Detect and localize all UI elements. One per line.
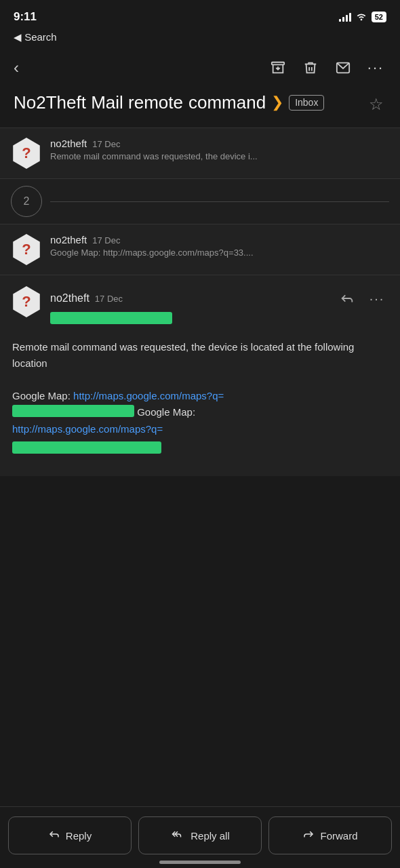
expanded-email: ? no2theft 17 Dec ··· [0,275,400,476]
thread-item-2-header: no2theft 17 Dec [50,234,389,245]
email-link-1[interactable]: http://maps.google.com/maps?q= [73,390,224,401]
subject-text-part1: No2Theft Mail remote [14,92,183,113]
count-line [50,201,389,202]
email-preview-2: Google Map: http://maps.google.com/maps?… [50,248,342,258]
email-date-2: 17 Dec [92,235,120,245]
email-date-1: 17 Dec [92,139,120,149]
email-more-button[interactable]: ··· [365,286,389,311]
search-back-bar[interactable]: ◀ Search [0,30,400,49]
email-body-line4: http://maps.google.com/maps?q= [12,421,388,437]
inbox-badge[interactable]: Inbox [289,95,324,111]
reply-all-button[interactable]: Reply all [138,816,262,854]
redacted-bar-3 [12,441,161,454]
sender-name-1: no2theft [50,138,87,149]
expanded-email-header: ? no2theft 17 Dec ··· [11,286,389,331]
chevron-right-icon: ❯ [271,94,283,111]
search-back-button[interactable]: ◀ Search [14,31,386,43]
forward-button-label: Forward [320,830,357,842]
reply-button-icon [48,828,60,844]
collapsed-count-circle[interactable]: 2 [11,186,42,217]
archive-button[interactable] [264,54,292,81]
delete-button[interactable] [297,54,324,81]
back-button[interactable]: ‹ [11,54,26,81]
sender-name-2: no2theft [50,234,87,245]
signal-icon [339,12,351,22]
status-time: 9:11 [14,10,37,24]
email-toolbar: ‹ ··· [0,49,400,87]
avatar-1: ? [11,138,42,169]
redacted-bar-2 [12,405,134,417]
email-subject-left: No2Theft Mail remote command ❯ Inbox [14,92,366,113]
status-bar: 9:11 52 [0,0,400,30]
thread-item-2[interactable]: ? no2theft 17 Dec Google Map: http://map… [0,224,400,275]
subject-text-part2: command [188,92,266,113]
avatar-3: ? [11,286,42,317]
forward-button[interactable]: Forward [268,816,392,854]
star-button[interactable]: ☆ [366,92,386,117]
email-body-line1: Remote mail command was requested, the d… [12,339,388,372]
expanded-email-meta: no2theft 17 Dec ··· [50,286,389,331]
body-text-3: Google Map: [137,406,195,418]
thread-item-1[interactable]: ? no2theft 17 Dec Remote mail command wa… [0,127,400,178]
forward-button-icon [302,828,315,844]
home-indicator [159,861,241,864]
email-body-line3: Google Map: [12,404,388,421]
reply-button-label: Reply [66,830,92,842]
collapsed-count-bar[interactable]: 2 [0,178,400,224]
email-preview-1: Remote mail command was requested, the d… [50,151,342,161]
email-body-line2: Google Map: http://maps.google.com/maps?… [12,388,388,404]
thread-item-2-content: no2theft 17 Dec Google Map: http://maps.… [50,234,389,258]
bottom-actions: Reply Reply all Forward [0,806,400,868]
reply-all-button-label: Reply all [191,830,230,842]
status-icons: 52 [339,12,386,23]
email-subject-title: No2Theft Mail remote command ❯ Inbox [14,92,366,113]
redacted-bar-1 [50,312,172,324]
expanded-email-top: no2theft 17 Dec ··· [50,286,389,311]
more-button[interactable]: ··· [362,54,389,81]
avatar-2: ? [11,234,42,265]
mail-button[interactable] [329,54,357,81]
reply-all-button-icon [170,828,185,844]
thread-item-1-content: no2theft 17 Dec Remote mail command was … [50,138,389,161]
email-link-2[interactable]: http://maps.google.com/maps?q= [12,423,163,435]
wifi-icon [355,12,367,23]
body-text-2: Google Map: [12,390,73,401]
email-subject-area: No2Theft Mail remote command ❯ Inbox ☆ [0,87,400,127]
thread-item-1-header: no2theft 17 Dec [50,138,389,149]
battery-indicator: 52 [372,12,386,22]
expanded-sender: no2theft [50,292,89,304]
svg-rect-0 [272,62,284,65]
email-body: Remote mail command was requested, the d… [11,339,389,462]
expanded-email-actions: ··· [335,286,389,311]
reply-icon-button[interactable] [335,286,359,311]
expanded-date: 17 Dec [95,294,123,304]
reply-button[interactable]: Reply [8,816,132,854]
